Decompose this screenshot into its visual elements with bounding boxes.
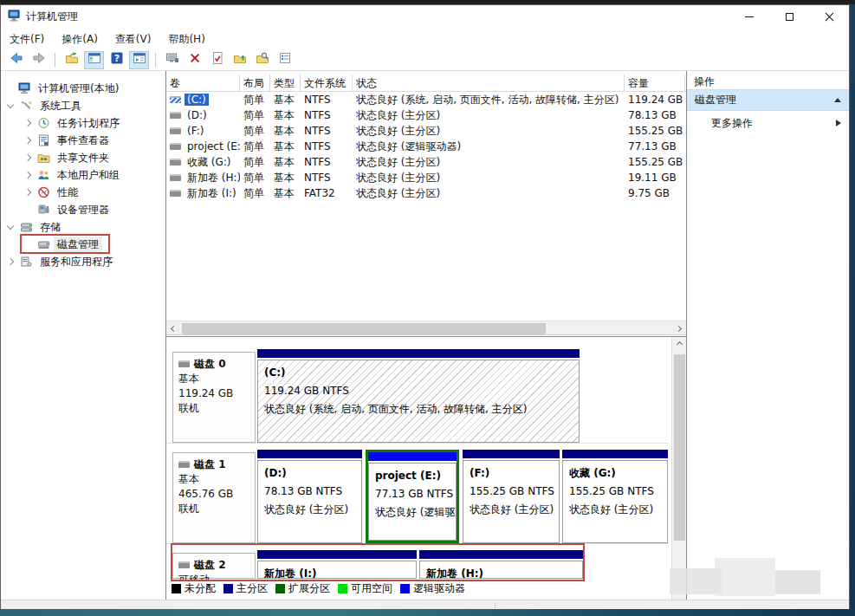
close-button[interactable] <box>809 5 849 29</box>
horizontal-scroll-thumb[interactable] <box>182 323 546 334</box>
partition-legend: 未分配主分区扩展分区可用空间逻辑驱动器 <box>166 580 669 596</box>
horizontal-scrollbar[interactable] <box>166 321 686 335</box>
sidebar-item[interactable]: 性能 <box>1 184 165 201</box>
minimize-button[interactable] <box>729 5 769 29</box>
table-row[interactable]: (F:)简单基本NTFS状态良好 (主分区)155.25 GB <box>166 123 686 139</box>
partition-label: (C:) <box>264 364 579 382</box>
disk-row: 磁盘 2可移动新加卷 (I:)新加卷 (H:) <box>166 548 669 580</box>
maximize-button[interactable] <box>769 5 809 29</box>
column-header[interactable]: 状态 <box>353 75 625 91</box>
table-row[interactable]: (D:)简单基本NTFS状态良好 (主分区)78.13 GB <box>166 107 686 123</box>
table-row[interactable]: 收藏 (G:)简单基本NTFS状态良好 (主分区)155.25 GB <box>166 154 686 170</box>
menu-item[interactable]: 查看(V) <box>115 32 152 47</box>
partition-block[interactable]: 新加卷 (H:) <box>419 550 583 579</box>
partition-status: 状态良好 (主分区) <box>470 501 559 519</box>
sidebar-item[interactable]: 设备管理器 <box>1 201 165 218</box>
column-header[interactable]: 容量 <box>625 75 685 91</box>
table-row[interactable]: 新加卷 (I:)简单基本FAT32状态良好 (主分区)9.75 GB <box>166 185 686 201</box>
chevron-right-icon[interactable] <box>24 137 31 144</box>
sidebar-item[interactable]: 磁盘管理 <box>1 236 165 253</box>
explore-button[interactable] <box>252 51 272 69</box>
chevron-right-icon[interactable] <box>7 258 14 265</box>
open-folder-button[interactable] <box>230 51 249 69</box>
scroll-up-arrow[interactable] <box>672 337 686 352</box>
scroll-right-arrow[interactable] <box>671 321 686 336</box>
volume-name: 收藏 (G:) <box>185 155 234 170</box>
volume-icon <box>170 96 181 103</box>
disk-info-box[interactable]: 磁盘 0基本119.24 GB联机 <box>172 352 256 443</box>
disk-management-view: 卷布局类型文件系统状态容量(C:)简单基本NTFS状态良好 (系统, 启动, 页… <box>166 71 686 600</box>
partition-block[interactable]: project (E:)77.13 GB NTFS状态良好 (逻辑驱动器) <box>366 450 459 543</box>
menu-item[interactable]: 文件(F) <box>10 32 44 47</box>
menu-item[interactable]: 操作(A) <box>62 32 98 47</box>
volume-cell: 基本 <box>270 186 301 201</box>
volume-cell: 状态良好 (主分区) <box>353 186 625 201</box>
sidebar-item[interactable]: 本地用户和组 <box>1 166 165 184</box>
column-header[interactable]: 文件系统 <box>301 75 353 91</box>
disk-row-separator <box>166 543 669 544</box>
column-header[interactable]: 卷 <box>166 75 240 91</box>
volume-name-cell: (C:) <box>166 94 240 106</box>
disk-name-label: 磁盘 1 <box>194 457 226 472</box>
vertical-scroll-thumb[interactable] <box>674 354 685 541</box>
volume-cell: 77.13 GB <box>625 140 685 152</box>
volume-list: 卷布局类型文件系统状态容量(C:)简单基本NTFS状态良好 (系统, 启动, 页… <box>166 75 686 321</box>
chevron-down-icon[interactable] <box>7 101 14 107</box>
back-button[interactable] <box>6 51 26 69</box>
column-header[interactable]: 类型 <box>270 75 301 91</box>
partition-block[interactable]: (D:)78.13 GB NTFS状态良好 (主分区) <box>257 450 362 543</box>
sidebar-item[interactable]: 服务和应用程序 <box>1 253 165 270</box>
local-users-icon <box>37 169 50 181</box>
partition-block[interactable]: (F:)155.25 GB NTFS状态良好 (主分区) <box>463 450 560 543</box>
system-tools-icon <box>20 100 33 112</box>
primary-partition-bar <box>463 450 560 458</box>
sidebar-item[interactable]: 共享文件夹 <box>1 149 165 166</box>
app-icon <box>8 9 21 25</box>
collapse-icon[interactable] <box>834 98 841 102</box>
legend-label: 扩展分区 <box>288 581 330 596</box>
sidebar-item[interactable]: 事件查看器 <box>1 132 165 149</box>
sidebar-item-label: 计算机管理(本地) <box>35 81 122 97</box>
chevron-right-icon[interactable] <box>24 172 31 178</box>
sidebar-item-label: 磁盘管理 <box>54 237 102 253</box>
show-action-pane-button[interactable] <box>129 51 149 69</box>
table-row[interactable]: project (E:)简单基本NTFS状态良好 (逻辑驱动器)77.13 GB <box>166 139 686 154</box>
partition-label: 收藏 (G:) <box>569 464 667 483</box>
table-row[interactable]: 新加卷 (H:)简单基本NTFS状态良好 (主分区)19.11 GB <box>166 170 686 185</box>
vertical-scrollbar[interactable] <box>671 337 686 600</box>
forward-button[interactable] <box>29 51 49 69</box>
partition-block[interactable]: (C:)119.24 GB NTFS状态良好 (系统, 启动, 页面文件, 活动… <box>257 349 580 443</box>
menu-item[interactable]: 帮助(H) <box>168 32 204 47</box>
actions-disk-management-section[interactable]: 磁盘管理 <box>687 90 849 111</box>
primary-partition-bar <box>257 450 362 458</box>
volume-cell: 78.13 GB <box>625 109 685 121</box>
tasks-button[interactable] <box>275 51 295 69</box>
sidebar-item[interactable]: 任务计划程序 <box>1 114 165 132</box>
up-level-button[interactable] <box>62 51 81 69</box>
volume-cell: 基本 <box>270 124 301 139</box>
computer-button[interactable] <box>162 51 182 69</box>
disk-row-separator <box>166 443 669 444</box>
sidebar-item[interactable]: 存储 <box>1 218 165 236</box>
help-button[interactable]: ? <box>107 51 126 69</box>
chevron-right-icon[interactable] <box>24 189 31 196</box>
table-row[interactable]: (C:)简单基本NTFS状态良好 (系统, 启动, 页面文件, 活动, 故障转储… <box>166 92 686 107</box>
partition-block[interactable]: 新加卷 (I:) <box>257 550 417 579</box>
column-header[interactable]: 布局 <box>240 75 270 91</box>
more-actions-item[interactable]: 更多操作 <box>687 111 849 135</box>
show-console-tree-button[interactable] <box>84 51 104 69</box>
scroll-left-arrow[interactable] <box>166 321 181 336</box>
task-scheduler-icon <box>37 117 50 129</box>
delete-button[interactable] <box>185 51 204 69</box>
volume-cell: 简单 <box>240 108 270 123</box>
partition-block[interactable]: 收藏 (G:)155.25 GB NTFS状态良好 (主分区) <box>562 450 668 543</box>
sidebar-item[interactable]: 系统工具 <box>1 97 165 114</box>
disk-info-box[interactable]: 磁盘 1基本465.76 GB联机 <box>172 452 256 543</box>
volume-cell: FAT32 <box>301 187 353 199</box>
sidebar-item[interactable]: 计算机管理(本地) <box>1 80 165 97</box>
chevron-down-icon[interactable] <box>7 222 14 229</box>
properties-button[interactable] <box>207 51 227 69</box>
chevron-right-icon[interactable] <box>24 120 31 126</box>
disk-info-box[interactable]: 磁盘 2可移动 <box>172 553 256 579</box>
chevron-right-icon[interactable] <box>24 154 31 161</box>
